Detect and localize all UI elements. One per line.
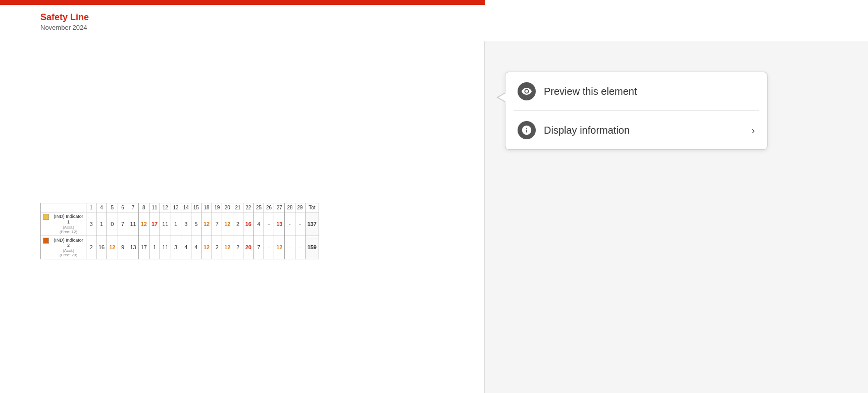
table-cell: 7 bbox=[118, 212, 128, 236]
table-cell: 0 bbox=[107, 212, 118, 236]
table-cell: - bbox=[295, 236, 305, 259]
table-cell: 12 bbox=[222, 212, 233, 236]
col-header-25: 25 bbox=[253, 203, 264, 212]
col-header-26: 26 bbox=[264, 203, 274, 212]
col-header-5: 5 bbox=[107, 203, 118, 212]
table-cell: 2 bbox=[233, 212, 243, 236]
table-cell: 11 bbox=[160, 236, 171, 259]
col-header-19: 19 bbox=[212, 203, 222, 212]
table-cell: 159 bbox=[305, 236, 319, 259]
row-main-label: (IND) Indicator 2 bbox=[53, 238, 84, 249]
col-header-22: 22 bbox=[243, 203, 253, 212]
table-body: (IND) Indicator 1(Acci.)(Free: 12)310711… bbox=[41, 212, 319, 259]
table-cell: 11 bbox=[160, 212, 171, 236]
table-cell: 13 bbox=[128, 236, 138, 259]
table-cell: - bbox=[264, 236, 274, 259]
table-cell: 3 bbox=[86, 212, 96, 236]
preview-label: Preview this element bbox=[544, 86, 637, 97]
info-icon-container bbox=[518, 121, 536, 139]
col-header-28: 28 bbox=[285, 203, 295, 212]
row-label-0: (IND) Indicator 1(Acci.)(Free: 12) bbox=[41, 212, 86, 236]
col-header-11: 11 bbox=[149, 203, 160, 212]
context-menu: Preview this element Display information… bbox=[505, 72, 768, 150]
table-cell: 3 bbox=[171, 236, 181, 259]
table-cell: 12 bbox=[107, 236, 118, 259]
page-wrapper: Safety Line November 2024 14567811121314… bbox=[0, 0, 868, 393]
table-row: (IND) Indicator 1(Acci.)(Free: 12)310711… bbox=[41, 212, 319, 236]
data-table: 145678111213141518192021222526272829Tot … bbox=[40, 203, 319, 259]
main-content: 145678111213141518192021222526272829Tot … bbox=[0, 41, 868, 393]
col-header-21: 21 bbox=[233, 203, 243, 212]
col-header-4: 4 bbox=[96, 203, 107, 212]
col-header-27: 27 bbox=[274, 203, 285, 212]
col-header-15: 15 bbox=[191, 203, 201, 212]
table-cell: 7 bbox=[253, 236, 264, 259]
left-panel: 145678111213141518192021222526272829Tot … bbox=[0, 41, 485, 393]
table-cell: 3 bbox=[181, 212, 191, 236]
table-cell: 5 bbox=[191, 212, 201, 236]
app-subtitle: November 2024 bbox=[40, 24, 828, 31]
table-cell: - bbox=[285, 236, 295, 259]
table-cell: 1 bbox=[171, 212, 181, 236]
display-info-menu-item[interactable]: Display information › bbox=[505, 111, 767, 149]
preview-menu-item[interactable]: Preview this element bbox=[505, 72, 767, 110]
table-cell: 1 bbox=[149, 236, 160, 259]
table-cell: 12 bbox=[138, 212, 149, 236]
table-container: 145678111213141518192021222526272829Tot … bbox=[40, 203, 444, 259]
header: Safety Line November 2024 bbox=[0, 5, 868, 41]
table-cell: 16 bbox=[96, 236, 107, 259]
table-cell: - bbox=[285, 212, 295, 236]
col-header-8: 8 bbox=[138, 203, 149, 212]
table-cell: 12 bbox=[201, 212, 212, 236]
table-cell: 4 bbox=[191, 236, 201, 259]
table-header-row: 145678111213141518192021222526272829Tot bbox=[41, 203, 319, 212]
col-header-20: 20 bbox=[222, 203, 233, 212]
table-cell: - bbox=[264, 212, 274, 236]
table-cell: 13 bbox=[274, 212, 285, 236]
row-label-1: (IND) Indicator 2(Acci.)(Free: 20) bbox=[41, 236, 86, 259]
eye-icon bbox=[521, 86, 532, 97]
col-header-1: 1 bbox=[86, 203, 96, 212]
app-title: Safety Line bbox=[40, 12, 828, 23]
col-header-6: 6 bbox=[118, 203, 128, 212]
table-cell: 20 bbox=[243, 236, 253, 259]
row-color-dot bbox=[43, 214, 49, 220]
table-cell: 17 bbox=[149, 212, 160, 236]
table-cell: 16 bbox=[243, 212, 253, 236]
eye-icon-container bbox=[518, 82, 536, 100]
col-header-13: 13 bbox=[171, 203, 181, 212]
chevron-right-icon: › bbox=[751, 125, 755, 136]
table-cell: 9 bbox=[118, 236, 128, 259]
top-bar bbox=[0, 0, 485, 5]
table-row: (IND) Indicator 2(Acci.)(Free: 20)216129… bbox=[41, 236, 319, 259]
col-header-12: 12 bbox=[160, 203, 171, 212]
col-header-7: 7 bbox=[128, 203, 138, 212]
table-cell: 12 bbox=[274, 236, 285, 259]
col-header-18: 18 bbox=[201, 203, 212, 212]
row-sub2: (Free: 12) bbox=[53, 230, 84, 234]
col-header-14: 14 bbox=[181, 203, 191, 212]
row-sublabel: (Acci.) bbox=[53, 248, 84, 253]
col-header-29: 29 bbox=[295, 203, 305, 212]
table-cell: 7 bbox=[212, 212, 222, 236]
col-header-Tot: Tot bbox=[305, 203, 319, 212]
table-cell: 17 bbox=[138, 236, 149, 259]
right-panel: Preview this element Display information… bbox=[485, 41, 868, 393]
row-main-label: (IND) Indicator 1 bbox=[53, 214, 84, 225]
table-cell: 12 bbox=[222, 236, 233, 259]
table-cell: 1 bbox=[96, 212, 107, 236]
table-cell: - bbox=[295, 212, 305, 236]
col-label-header bbox=[41, 203, 86, 212]
table-cell: 4 bbox=[181, 236, 191, 259]
row-color-dot bbox=[43, 238, 49, 244]
row-sublabel: (Acci.) bbox=[53, 225, 84, 230]
table-cell: 2 bbox=[212, 236, 222, 259]
row-sub2: (Free: 20) bbox=[53, 253, 84, 257]
table-cell: 4 bbox=[253, 212, 264, 236]
table-cell: 11 bbox=[128, 212, 138, 236]
table-cell: 2 bbox=[86, 236, 96, 259]
table-cell: 137 bbox=[305, 212, 319, 236]
table-cell: 2 bbox=[233, 236, 243, 259]
info-icon bbox=[521, 125, 532, 136]
table-cell: 12 bbox=[201, 236, 212, 259]
